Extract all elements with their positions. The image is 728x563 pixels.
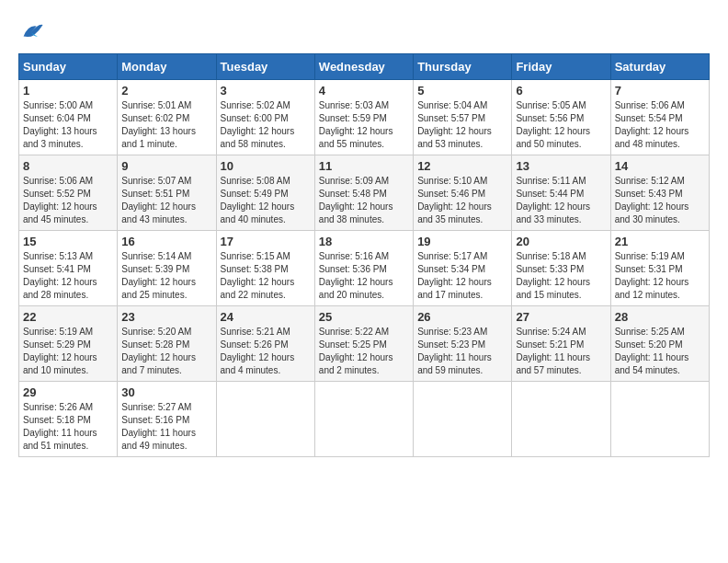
- calendar-cell: 22 Sunrise: 5:19 AM Sunset: 5:29 PM Dayl…: [19, 306, 118, 382]
- calendar-row-3: 22 Sunrise: 5:19 AM Sunset: 5:29 PM Dayl…: [19, 306, 710, 382]
- calendar-cell: 15 Sunrise: 5:13 AM Sunset: 5:41 PM Dayl…: [19, 231, 118, 306]
- calendar-cell: 19 Sunrise: 5:17 AM Sunset: 5:34 PM Dayl…: [414, 231, 512, 306]
- calendar-row-1: 8 Sunrise: 5:06 AM Sunset: 5:52 PM Dayli…: [19, 155, 710, 231]
- day-number: 10: [221, 159, 311, 173]
- calendar-row-2: 15 Sunrise: 5:13 AM Sunset: 5:41 PM Dayl…: [19, 231, 710, 306]
- calendar-cell: 12 Sunrise: 5:10 AM Sunset: 5:46 PM Dayl…: [414, 155, 512, 231]
- weekday-header-row: Sunday Monday Tuesday Wednesday Thursday…: [19, 54, 710, 80]
- day-info: Sunrise: 5:04 AM Sunset: 5:57 PM Dayligh…: [417, 99, 507, 151]
- calendar-row-4: 29 Sunrise: 5:26 AM Sunset: 5:18 PM Dayl…: [19, 382, 710, 457]
- day-number: 27: [516, 310, 606, 324]
- day-number: 20: [516, 235, 606, 248]
- day-number: 7: [615, 84, 705, 98]
- day-number: 14: [615, 159, 705, 173]
- day-number: 30: [121, 385, 211, 399]
- day-number: 9: [121, 159, 211, 173]
- day-number: 25: [319, 310, 409, 324]
- day-number: 26: [417, 310, 507, 324]
- day-info: Sunrise: 5:06 AM Sunset: 5:54 PM Dayligh…: [615, 99, 705, 151]
- calendar-cell: 16 Sunrise: 5:14 AM Sunset: 5:39 PM Dayl…: [118, 231, 216, 306]
- day-number: 3: [221, 84, 311, 98]
- day-info: Sunrise: 5:15 AM Sunset: 5:38 PM Dayligh…: [221, 250, 311, 302]
- calendar-cell: 21 Sunrise: 5:19 AM Sunset: 5:31 PM Dayl…: [610, 231, 709, 306]
- calendar-header: Sunday Monday Tuesday Wednesday Thursday…: [19, 54, 710, 80]
- day-number: 15: [23, 235, 113, 248]
- day-info: Sunrise: 5:12 AM Sunset: 5:43 PM Dayligh…: [615, 175, 705, 226]
- day-info: Sunrise: 5:19 AM Sunset: 5:31 PM Dayligh…: [615, 250, 705, 302]
- day-info: Sunrise: 5:07 AM Sunset: 5:51 PM Dayligh…: [121, 175, 211, 226]
- calendar-cell: 8 Sunrise: 5:06 AM Sunset: 5:52 PM Dayli…: [19, 155, 118, 231]
- day-number: 11: [319, 159, 409, 173]
- day-info: Sunrise: 5:14 AM Sunset: 5:39 PM Dayligh…: [121, 250, 211, 302]
- calendar-cell: 23 Sunrise: 5:20 AM Sunset: 5:28 PM Dayl…: [118, 306, 216, 382]
- day-number: 13: [516, 159, 606, 173]
- day-info: Sunrise: 5:16 AM Sunset: 5:36 PM Dayligh…: [319, 250, 409, 302]
- calendar-body: 1 Sunrise: 5:00 AM Sunset: 6:04 PM Dayli…: [19, 80, 710, 457]
- day-info: Sunrise: 5:23 AM Sunset: 5:23 PM Dayligh…: [417, 326, 507, 377]
- day-info: Sunrise: 5:05 AM Sunset: 5:56 PM Dayligh…: [516, 99, 606, 151]
- calendar-row-0: 1 Sunrise: 5:00 AM Sunset: 6:04 PM Dayli…: [19, 80, 710, 155]
- day-number: 18: [319, 235, 409, 248]
- day-info: Sunrise: 5:26 AM Sunset: 5:18 PM Dayligh…: [23, 401, 113, 453]
- logo-icon: [18, 18, 44, 44]
- calendar-cell: [512, 382, 610, 457]
- day-info: Sunrise: 5:22 AM Sunset: 5:25 PM Dayligh…: [319, 326, 409, 377]
- day-info: Sunrise: 5:09 AM Sunset: 5:48 PM Dayligh…: [319, 175, 409, 226]
- day-number: 21: [615, 235, 705, 248]
- day-info: Sunrise: 5:11 AM Sunset: 5:44 PM Dayligh…: [516, 175, 606, 226]
- calendar-cell: 7 Sunrise: 5:06 AM Sunset: 5:54 PM Dayli…: [610, 80, 709, 155]
- day-info: Sunrise: 5:27 AM Sunset: 5:16 PM Dayligh…: [121, 401, 211, 453]
- page-header: [18, 18, 710, 44]
- calendar-cell: 30 Sunrise: 5:27 AM Sunset: 5:16 PM Dayl…: [118, 382, 216, 457]
- calendar-cell: [414, 382, 512, 457]
- day-number: 19: [417, 235, 507, 248]
- header-saturday: Saturday: [610, 54, 709, 80]
- calendar-cell: 26 Sunrise: 5:23 AM Sunset: 5:23 PM Dayl…: [414, 306, 512, 382]
- day-number: 24: [221, 310, 311, 324]
- calendar-cell: 9 Sunrise: 5:07 AM Sunset: 5:51 PM Dayli…: [118, 155, 216, 231]
- day-info: Sunrise: 5:10 AM Sunset: 5:46 PM Dayligh…: [417, 175, 507, 226]
- calendar-cell: 29 Sunrise: 5:26 AM Sunset: 5:18 PM Dayl…: [19, 382, 118, 457]
- calendar-cell: 18 Sunrise: 5:16 AM Sunset: 5:36 PM Dayl…: [314, 231, 413, 306]
- day-info: Sunrise: 5:25 AM Sunset: 5:20 PM Dayligh…: [615, 326, 705, 377]
- calendar-cell: 25 Sunrise: 5:22 AM Sunset: 5:25 PM Dayl…: [314, 306, 413, 382]
- day-number: 16: [121, 235, 211, 248]
- calendar-cell: 1 Sunrise: 5:00 AM Sunset: 6:04 PM Dayli…: [19, 80, 118, 155]
- calendar-cell: 13 Sunrise: 5:11 AM Sunset: 5:44 PM Dayl…: [512, 155, 610, 231]
- day-info: Sunrise: 5:21 AM Sunset: 5:26 PM Dayligh…: [221, 326, 311, 377]
- day-number: 8: [23, 159, 113, 173]
- day-info: Sunrise: 5:06 AM Sunset: 5:52 PM Dayligh…: [23, 175, 113, 226]
- day-info: Sunrise: 5:13 AM Sunset: 5:41 PM Dayligh…: [23, 250, 113, 302]
- day-number: 2: [121, 84, 211, 98]
- calendar-cell: 24 Sunrise: 5:21 AM Sunset: 5:26 PM Dayl…: [216, 306, 314, 382]
- day-info: Sunrise: 5:03 AM Sunset: 5:59 PM Dayligh…: [319, 99, 409, 151]
- calendar-cell: [610, 382, 709, 457]
- day-number: 6: [516, 84, 606, 98]
- day-number: 5: [417, 84, 507, 98]
- calendar-cell: 28 Sunrise: 5:25 AM Sunset: 5:20 PM Dayl…: [610, 306, 709, 382]
- calendar-cell: 11 Sunrise: 5:09 AM Sunset: 5:48 PM Dayl…: [314, 155, 413, 231]
- logo: [18, 18, 48, 44]
- calendar-table: Sunday Monday Tuesday Wednesday Thursday…: [18, 53, 710, 457]
- header-thursday: Thursday: [414, 54, 512, 80]
- day-number: 1: [23, 84, 113, 98]
- day-number: 28: [615, 310, 705, 324]
- day-info: Sunrise: 5:17 AM Sunset: 5:34 PM Dayligh…: [417, 250, 507, 302]
- day-info: Sunrise: 5:08 AM Sunset: 5:49 PM Dayligh…: [221, 175, 311, 226]
- day-info: Sunrise: 5:24 AM Sunset: 5:21 PM Dayligh…: [516, 326, 606, 377]
- calendar-cell: 5 Sunrise: 5:04 AM Sunset: 5:57 PM Dayli…: [414, 80, 512, 155]
- day-number: 17: [221, 235, 311, 248]
- day-number: 29: [23, 385, 113, 399]
- day-number: 4: [319, 84, 409, 98]
- header-sunday: Sunday: [19, 54, 118, 80]
- calendar-cell: [314, 382, 413, 457]
- calendar-cell: 17 Sunrise: 5:15 AM Sunset: 5:38 PM Dayl…: [216, 231, 314, 306]
- calendar-cell: 2 Sunrise: 5:01 AM Sunset: 6:02 PM Dayli…: [118, 80, 216, 155]
- day-info: Sunrise: 5:20 AM Sunset: 5:28 PM Dayligh…: [121, 326, 211, 377]
- calendar-cell: 4 Sunrise: 5:03 AM Sunset: 5:59 PM Dayli…: [314, 80, 413, 155]
- calendar-cell: 27 Sunrise: 5:24 AM Sunset: 5:21 PM Dayl…: [512, 306, 610, 382]
- calendar-cell: 14 Sunrise: 5:12 AM Sunset: 5:43 PM Dayl…: [610, 155, 709, 231]
- day-info: Sunrise: 5:00 AM Sunset: 6:04 PM Dayligh…: [23, 99, 113, 151]
- header-wednesday: Wednesday: [314, 54, 413, 80]
- header-friday: Friday: [512, 54, 610, 80]
